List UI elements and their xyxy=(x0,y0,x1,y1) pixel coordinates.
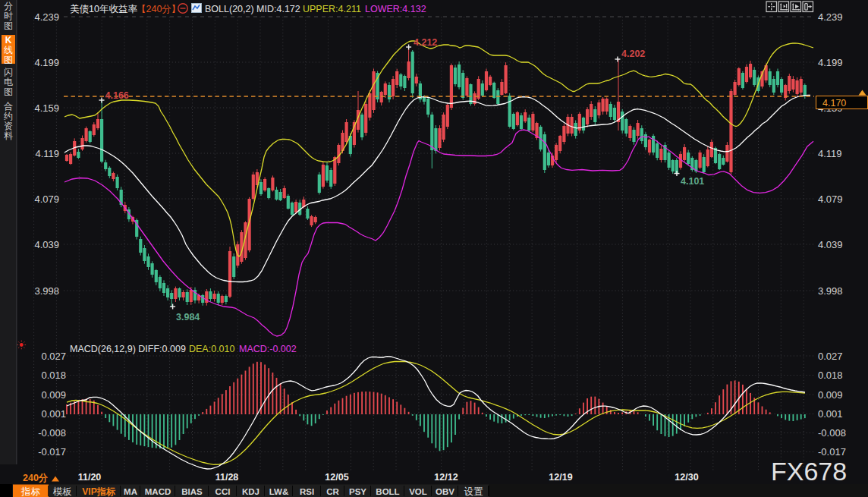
svg-text:4.079: 4.079 xyxy=(818,193,843,205)
svg-text:12/12: 12/12 xyxy=(434,472,458,483)
svg-text:3.998: 3.998 xyxy=(818,285,843,297)
svg-text:KDJ: KDJ xyxy=(242,487,259,496)
svg-text:时: 时 xyxy=(4,11,13,21)
svg-text:RSI: RSI xyxy=(300,487,314,496)
svg-text:4.039: 4.039 xyxy=(818,239,843,250)
svg-text:合: 合 xyxy=(4,101,13,112)
svg-text:0.009: 0.009 xyxy=(41,389,66,401)
svg-text:4.239: 4.239 xyxy=(34,11,59,23)
svg-text:0.001: 0.001 xyxy=(41,408,66,420)
svg-text:图: 图 xyxy=(4,87,13,97)
svg-text:4.199: 4.199 xyxy=(34,57,59,68)
svg-text:4.202: 4.202 xyxy=(621,49,645,59)
svg-text:4.166: 4.166 xyxy=(105,90,129,101)
svg-text:4.199: 4.199 xyxy=(818,57,843,68)
svg-text:11/28: 11/28 xyxy=(215,472,239,483)
svg-text:美债10年收益率: 美债10年收益率 xyxy=(70,4,137,14)
svg-text:BOLL(20,2) MID:4.172: BOLL(20,2) MID:4.172 xyxy=(205,4,300,14)
svg-text:电: 电 xyxy=(4,77,13,87)
svg-text:4.119: 4.119 xyxy=(35,148,59,159)
svg-text:4.170: 4.170 xyxy=(822,98,846,109)
svg-text:DEA:0.010: DEA:0.010 xyxy=(189,344,235,354)
svg-text:4.119: 4.119 xyxy=(818,148,842,159)
svg-text:3.998: 3.998 xyxy=(34,285,59,297)
svg-text:4.101: 4.101 xyxy=(681,176,704,187)
svg-text:LW&: LW& xyxy=(269,487,289,496)
svg-text:0.009: 0.009 xyxy=(818,389,843,401)
svg-text:0.018: 0.018 xyxy=(818,370,843,381)
svg-text:MACD(26,12,9) DIFF:0.009: MACD(26,12,9) DIFF:0.009 xyxy=(70,344,186,354)
svg-text:0.027: 0.027 xyxy=(818,351,843,362)
svg-text:11/20: 11/20 xyxy=(78,472,102,483)
svg-text:CR: CR xyxy=(326,487,339,496)
svg-text:4.239: 4.239 xyxy=(818,11,843,23)
svg-text:0.027: 0.027 xyxy=(41,351,66,362)
svg-text:0.001: 0.001 xyxy=(818,408,843,420)
svg-text:【240分】: 【240分】 xyxy=(137,4,181,14)
svg-text:闪: 闪 xyxy=(4,67,13,77)
svg-text:-0.008: -0.008 xyxy=(818,427,846,439)
svg-text:图: 图 xyxy=(4,55,13,65)
svg-text:模板: 模板 xyxy=(52,486,72,497)
svg-text:3.984: 3.984 xyxy=(176,312,200,322)
svg-text:12/19: 12/19 xyxy=(549,472,572,483)
svg-text:LOWER:4.132: LOWER:4.132 xyxy=(365,4,426,14)
svg-text:MA: MA xyxy=(124,487,137,496)
svg-text:VOL: VOL xyxy=(409,487,427,496)
svg-text:0.018: 0.018 xyxy=(41,370,66,381)
svg-text:FX678: FX678 xyxy=(771,457,847,486)
svg-text:12/30: 12/30 xyxy=(675,472,698,483)
svg-text:-0.017: -0.017 xyxy=(38,446,66,458)
svg-text:指标: 指标 xyxy=(20,486,41,497)
svg-text:VIP指标: VIP指标 xyxy=(82,486,115,497)
svg-text:4.159: 4.159 xyxy=(34,102,59,114)
svg-text:BOLL: BOLL xyxy=(376,487,399,496)
svg-text:资: 资 xyxy=(4,121,13,131)
svg-text:4.212: 4.212 xyxy=(414,37,437,48)
svg-text:K: K xyxy=(5,35,12,46)
svg-text:分: 分 xyxy=(4,1,13,11)
svg-text:MACD:-0.002: MACD:-0.002 xyxy=(239,344,297,354)
svg-text:约: 约 xyxy=(4,111,13,121)
svg-text:-0.017: -0.017 xyxy=(818,446,846,458)
svg-text:4.039: 4.039 xyxy=(34,239,59,250)
svg-text:设置: 设置 xyxy=(464,486,484,497)
svg-text:PSY: PSY xyxy=(349,487,366,496)
svg-text:4.079: 4.079 xyxy=(34,193,59,205)
svg-text:12/05: 12/05 xyxy=(325,472,348,483)
svg-text:CCI: CCI xyxy=(215,487,231,496)
svg-text:图: 图 xyxy=(4,20,13,31)
svg-text:UPPER:4.211: UPPER:4.211 xyxy=(303,4,361,14)
svg-text:线: 线 xyxy=(4,45,13,55)
svg-text:料: 料 xyxy=(4,131,13,141)
svg-text:OBV: OBV xyxy=(436,487,454,496)
svg-text:BIAS: BIAS xyxy=(181,487,203,496)
svg-text:MACD: MACD xyxy=(145,487,171,496)
svg-text:-0.008: -0.008 xyxy=(38,427,66,439)
svg-text:240分: 240分 xyxy=(23,473,49,483)
